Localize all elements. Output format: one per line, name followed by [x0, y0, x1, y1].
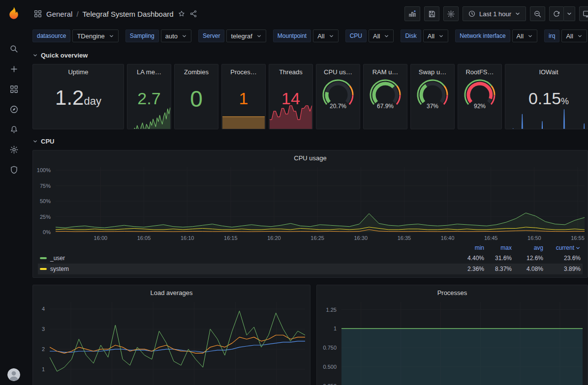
chart-plot[interactable] [56, 167, 585, 232]
apps-grid-icon[interactable] [33, 9, 42, 18]
chart-plot[interactable] [341, 302, 583, 385]
variable-value-dropdown[interactable]: All [561, 30, 587, 42]
add-panel-button[interactable] [404, 6, 420, 21]
dashboard-settings-button[interactable] [443, 6, 459, 21]
chevron-down-icon [182, 33, 187, 39]
chevron-down-icon [577, 33, 583, 39]
gauge: 67.9% [364, 78, 407, 127]
chevron-down-icon [575, 245, 581, 251]
x-axis-tick: 16:40 [441, 235, 455, 241]
time-range-picker[interactable]: Last 1 hour [463, 6, 526, 21]
gauge: 92% [458, 78, 501, 127]
variables-row: datasourceTDengineSamplingautoServertele… [32, 28, 588, 48]
stat-panel-swap-usage: Swap u…37% [410, 64, 455, 129]
row-toggle-overview[interactable]: Quick overview [32, 49, 588, 61]
variable-label: Network interface [455, 30, 510, 42]
cpu-usage-chart: 0%25%50%75%100%16:0016:0516:1016:1516:20… [37, 166, 586, 241]
tv-mode-button[interactable] [579, 6, 588, 21]
variable-value-dropdown[interactable]: TDengine [72, 30, 118, 42]
panel-title[interactable]: Swap u… [411, 64, 454, 76]
y-axis-tick: 0.500 [323, 364, 337, 370]
breadcrumb-title[interactable]: Telegraf System Dashboard [83, 10, 174, 18]
configuration-gear-icon[interactable] [9, 145, 19, 154]
explore-compass-icon[interactable] [9, 104, 19, 114]
panel-title[interactable]: IOWait [505, 64, 588, 76]
panel-title[interactable]: CPU us… [316, 64, 360, 76]
variable-disk: DiskAll [401, 30, 448, 42]
series-color-swatch [40, 257, 47, 259]
y-axis-tick: 4 [42, 306, 45, 312]
stats-row: Uptime1.2 dayLA me…2.7Zombies0Proces…1Th… [32, 64, 588, 129]
panel-title[interactable]: LA me… [127, 64, 171, 76]
panel-title[interactable]: Uptime [33, 64, 124, 76]
panel-title[interactable]: CPU usage [33, 150, 588, 162]
refresh-button[interactable] [549, 6, 564, 21]
save-dashboard-button[interactable] [424, 6, 439, 21]
dashboards-icon[interactable] [9, 84, 19, 94]
row-toggle-cpu[interactable]: CPU [32, 135, 588, 147]
series-name[interactable]: system [50, 266, 69, 272]
legend-sort-avg[interactable]: avg [512, 244, 543, 251]
y-axis-tick: 3 [42, 326, 45, 332]
stat-panel-rootfs-usage: RootFS…92% [458, 64, 502, 129]
variable-datasource: datasourceTDengine [32, 30, 119, 42]
variable-value-dropdown[interactable]: All [423, 30, 448, 42]
y-axis-tick: 25% [40, 214, 51, 220]
stat-panel-zombies: Zombies0 [174, 64, 218, 129]
panel-title[interactable]: RAM u… [364, 64, 407, 76]
variable-value-dropdown[interactable]: All [512, 30, 537, 42]
stat-value: 2.7 [127, 90, 171, 108]
y-axis-tick: 2 [42, 346, 45, 352]
series-name[interactable]: _user [50, 255, 65, 262]
panel-title[interactable]: Processes [317, 285, 588, 296]
server-admin-shield-icon[interactable] [9, 165, 19, 175]
variable-value-dropdown[interactable]: All [313, 30, 338, 42]
panel-title[interactable]: Zombies [175, 64, 218, 76]
variable-mountpoint: MountpointAll [273, 30, 339, 42]
variable-label: irq [544, 30, 559, 42]
legend-value: 4.08% [512, 266, 543, 272]
y-axis-tick: 1 [334, 326, 337, 331]
sidebar [0, 0, 28, 385]
y-axis-tick: 100% [37, 167, 51, 173]
panel-title[interactable]: Proces… [222, 64, 265, 76]
legend-value: 8.37% [484, 266, 512, 272]
variable-label: CPU [345, 30, 367, 42]
stat-panel-la-medium: LA me…2.7 [127, 64, 171, 129]
panel-title[interactable]: Load averages [33, 285, 310, 296]
share-icon[interactable] [189, 10, 197, 18]
zoom-out-time-button[interactable] [530, 6, 545, 21]
row-title: CPU [41, 138, 54, 145]
stat-panel-threads: Threads14 [269, 64, 313, 129]
user-avatar[interactable] [7, 368, 20, 381]
variable-value-dropdown[interactable]: telegraf [226, 30, 266, 42]
row-title: Quick overview [41, 52, 88, 59]
legend-sort-max[interactable]: max [484, 244, 512, 251]
plus-icon[interactable] [9, 64, 19, 74]
variable-value-dropdown[interactable]: auto [161, 30, 191, 42]
stat-panel-uptime: Uptime1.2 day [32, 64, 124, 129]
variable-irq: irqAll [544, 30, 587, 42]
top-navigation: General / Telegraf System Dashboard Last… [28, 0, 588, 28]
panel-title[interactable]: Threads [269, 64, 312, 76]
breadcrumb-section[interactable]: General [46, 10, 72, 18]
grafana-logo[interactable] [6, 6, 21, 22]
legend-sort-current[interactable]: current [543, 244, 581, 251]
search-icon[interactable] [9, 44, 19, 54]
chart-plot[interactable] [50, 302, 305, 385]
chevron-down-icon [109, 33, 114, 39]
chevron-down-icon [32, 53, 38, 58]
stat-value: 0.15% [505, 90, 588, 108]
series-color-swatch [40, 268, 47, 270]
legend-sort-min[interactable]: min [450, 244, 484, 251]
star-icon[interactable] [178, 10, 186, 18]
svg-text:67.9%: 67.9% [377, 103, 394, 110]
svg-text:37%: 37% [427, 103, 438, 110]
legend-row-_user: _user4.40%31.6%12.6%23.6% [38, 253, 583, 264]
refresh-interval-dropdown[interactable] [563, 6, 575, 21]
chevron-down-icon [515, 11, 521, 17]
panel-title[interactable]: RootFS… [458, 64, 501, 76]
variable-value-dropdown[interactable]: All [369, 30, 394, 42]
alerting-bell-icon[interactable] [9, 124, 19, 134]
y-axis-tick: 0.750 [323, 345, 337, 351]
